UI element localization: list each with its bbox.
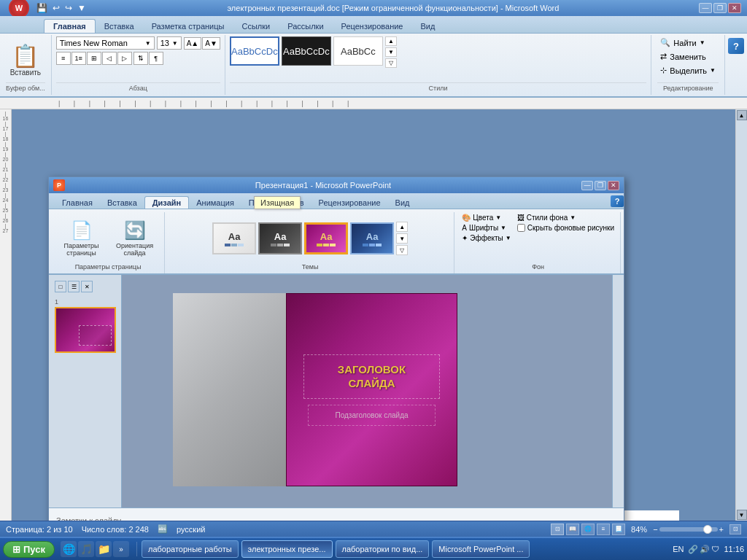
- theme-default[interactable]: Aa: [212, 222, 256, 254]
- redo-icon[interactable]: ↪: [63, 2, 74, 14]
- find-btn[interactable]: 🔍 Найти ▼: [657, 36, 719, 49]
- paste-btn[interactable]: 📋 Вставить: [10, 36, 41, 82]
- taskbar-item-ppt[interactable]: Microsoft PowerPoint ...: [432, 540, 530, 558]
- ppt-scrollbar[interactable]: [612, 275, 624, 508]
- fonts-btn[interactable]: A Шрифты ▼: [462, 224, 511, 232]
- hide-bg-checkbox[interactable]: [517, 224, 525, 232]
- word-zoom-plus[interactable]: +: [719, 525, 724, 534]
- security-icon[interactable]: 🛡: [711, 545, 719, 554]
- style-heading1[interactable]: AaBbCc: [333, 36, 383, 66]
- font-formatting-row: ≡ 1≡ ⊞ ◁ ▷ ⇅ ¶: [56, 52, 220, 65]
- numbered-list-btn[interactable]: 1≡: [71, 52, 86, 65]
- bg-styles-btn[interactable]: 🖼 Стили фона ▼: [517, 214, 614, 222]
- word-scrollbar[interactable]: ▲ ▼: [735, 109, 747, 521]
- slide-title-box[interactable]: ЗАГОЛОВОК СЛАЙДА: [303, 354, 439, 399]
- increase-size-btn[interactable]: A▲: [184, 37, 202, 50]
- slide-1-container: 1: [55, 298, 115, 353]
- word-zoom-thumb[interactable]: [703, 525, 712, 534]
- panel-list-btn[interactable]: ☰: [68, 281, 80, 292]
- word-zoom-control[interactable]: − +: [653, 525, 724, 534]
- scroll-down-btn[interactable]: ▼: [737, 510, 747, 520]
- more-icon[interactable]: »: [113, 541, 129, 557]
- themes-up-btn[interactable]: ▲: [396, 222, 408, 232]
- start-button[interactable]: ⊞ Пуск: [3, 541, 55, 558]
- ppt-tab-review[interactable]: Рецензирование: [311, 197, 388, 209]
- tab-page-layout[interactable]: Разметка страницы: [143, 20, 233, 33]
- ppt-close-btn[interactable]: ✕: [608, 181, 619, 190]
- font-name-select[interactable]: Times New Roman ▼: [56, 36, 155, 50]
- scroll-track[interactable]: [736, 121, 747, 509]
- orientation-icon: 🔄: [124, 220, 146, 241]
- volume-icon[interactable]: 🔊: [700, 545, 710, 554]
- panel-close-btn[interactable]: ✕: [81, 281, 93, 292]
- style-normal[interactable]: AaBbCcDc: [230, 36, 279, 66]
- themes-more-btn[interactable]: ▽: [396, 245, 408, 255]
- panel-min-btn[interactable]: □: [55, 281, 66, 292]
- ppt-tab-animation[interactable]: Анимация: [189, 197, 241, 209]
- indent-increase-btn[interactable]: ▷: [117, 52, 132, 65]
- network-icon[interactable]: 🔗: [688, 545, 698, 554]
- styles-expand-btn[interactable]: ▽: [385, 58, 397, 68]
- slide-1-thumbnail[interactable]: [55, 307, 116, 353]
- indent-decrease-btn[interactable]: ◁: [102, 52, 117, 65]
- colors-btn[interactable]: 🎨 Цвета ▼: [462, 214, 511, 222]
- pilcrow-btn[interactable]: ¶: [149, 52, 163, 65]
- sort-btn[interactable]: ⇅: [133, 52, 148, 65]
- ppt-tab-view[interactable]: Вид: [388, 197, 417, 209]
- tab-references[interactable]: Ссылки: [233, 20, 279, 33]
- view-print-layout[interactable]: ⊡: [551, 524, 564, 535]
- font-size-select[interactable]: 13 ▼: [157, 36, 182, 50]
- taskbar-item-lab[interactable]: лабораторные работы: [142, 540, 239, 558]
- undo-icon[interactable]: ↩: [51, 2, 61, 14]
- save-icon[interactable]: 💾: [35, 2, 49, 14]
- theme-dark[interactable]: Aa: [258, 222, 302, 254]
- tab-view[interactable]: Вид: [412, 20, 444, 33]
- ppt-restore-btn[interactable]: ❐: [595, 181, 606, 190]
- scroll-up-btn[interactable]: ▲: [737, 110, 747, 120]
- hide-bg-btn[interactable]: Скрыть фоновые рисунки: [517, 224, 614, 232]
- theme-blue[interactable]: Aa: [350, 222, 394, 254]
- theme-elegant[interactable]: Aa: [304, 222, 348, 254]
- view-reading[interactable]: 📖: [566, 524, 579, 535]
- slide-subtitle-box[interactable]: Подзаголовок слайда: [308, 405, 436, 426]
- decrease-size-btn[interactable]: A▼: [202, 37, 220, 50]
- ppt-help-btn[interactable]: ?: [611, 195, 624, 209]
- media-player-icon[interactable]: 🎵: [78, 541, 94, 557]
- tab-insert[interactable]: Вставка: [96, 20, 143, 33]
- slide-orientation-btn[interactable]: 🔄 Ориентация слайда: [111, 218, 158, 259]
- ppt-tab-design[interactable]: Дизайн: [144, 196, 189, 209]
- document-scroll-area[interactable]: P Презентация1 - Microsoft PowerPoint — …: [12, 109, 735, 521]
- effects-btn[interactable]: ✦ Эффекты ▼: [462, 234, 511, 242]
- close-button[interactable]: ✕: [728, 3, 741, 13]
- bullet-list-btn[interactable]: ≡: [56, 52, 71, 65]
- ppt-tab-insert[interactable]: Вставка: [100, 197, 144, 209]
- styles-down-btn[interactable]: ▼: [385, 47, 397, 57]
- replace-btn[interactable]: ⇄ Заменить: [657, 50, 719, 63]
- page-setup-btn[interactable]: 📄 Параметры страницы: [58, 218, 105, 259]
- ppt-notes-area[interactable]: Заметки к слайду: [49, 508, 624, 521]
- ie-icon[interactable]: 🌐: [61, 541, 77, 557]
- styles-up-btn[interactable]: ▲: [385, 36, 397, 46]
- restore-button[interactable]: ❐: [713, 3, 727, 13]
- view-draft[interactable]: 📃: [612, 524, 625, 535]
- style-no-spacing[interactable]: AaBbCcDc: [282, 36, 331, 66]
- tab-home[interactable]: Главная: [44, 19, 96, 33]
- word-fit-btn[interactable]: ⊡: [729, 524, 741, 534]
- themes-down-btn[interactable]: ▼: [396, 233, 408, 244]
- multilevel-list-btn[interactable]: ⊞: [87, 52, 101, 65]
- select-btn[interactable]: ⊹ Выделить ▼: [657, 64, 719, 77]
- help-button[interactable]: ?: [728, 38, 744, 54]
- word-zoom-minus[interactable]: −: [653, 525, 657, 534]
- view-outline[interactable]: ≡: [597, 524, 610, 535]
- taskbar-item-labs[interactable]: лабораторки по вид...: [336, 540, 430, 558]
- tab-mailings[interactable]: Рассылки: [279, 20, 332, 33]
- minimize-button[interactable]: —: [699, 3, 712, 13]
- documents-icon[interactable]: 📁: [96, 541, 112, 557]
- tab-review[interactable]: Рецензирование: [333, 20, 412, 33]
- view-web[interactable]: 🌐: [581, 524, 595, 535]
- main-slide[interactable]: ЗАГОЛОВОК СЛАЙДА Подзаголовок слайда: [286, 293, 457, 486]
- taskbar-item-word[interactable]: электронных презе...: [241, 540, 333, 558]
- ppt-tab-home[interactable]: Главная: [55, 197, 100, 209]
- ppt-minimize-btn[interactable]: —: [581, 181, 593, 190]
- dropdown-icon[interactable]: ▼: [76, 2, 88, 14]
